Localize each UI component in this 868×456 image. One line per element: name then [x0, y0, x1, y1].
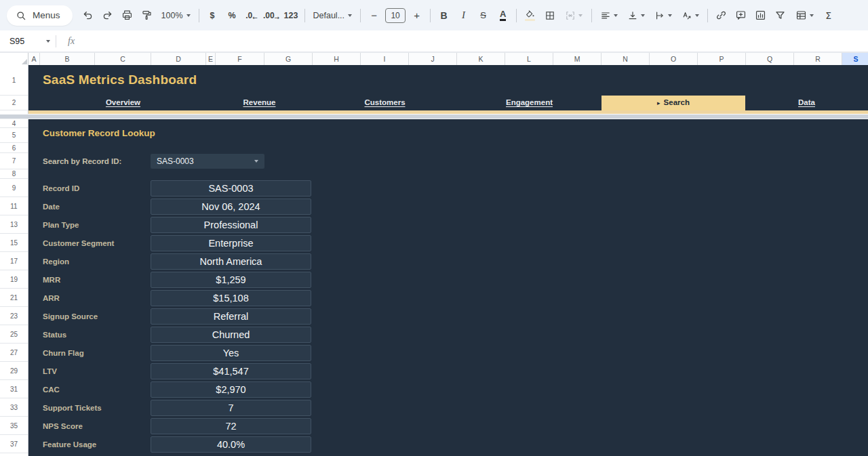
- field-value-cell[interactable]: SAS-0003: [151, 180, 311, 196]
- column-header-m[interactable]: M: [553, 53, 601, 66]
- tab-overview[interactable]: Overview: [40, 96, 206, 110]
- tab-revenue[interactable]: Revenue: [206, 96, 313, 110]
- column-header-n[interactable]: N: [601, 53, 650, 66]
- horizontal-align-button[interactable]: [596, 6, 622, 24]
- insert-comment-button[interactable]: [732, 6, 750, 24]
- select-all-corner[interactable]: [0, 53, 28, 66]
- menus-button[interactable]: Menus: [7, 5, 73, 26]
- font-select[interactable]: Defaul...: [309, 6, 357, 24]
- row-header-4[interactable]: 4: [0, 119, 28, 128]
- field-value-cell[interactable]: 7: [151, 400, 311, 416]
- row-header-31[interactable]: 31: [0, 380, 28, 398]
- row-header-17[interactable]: 17: [0, 252, 28, 270]
- row-header-37[interactable]: 37: [0, 435, 28, 453]
- row-header-21[interactable]: 21: [0, 289, 28, 307]
- field-value-cell[interactable]: Churned: [151, 327, 311, 343]
- field-value-cell[interactable]: Professional: [151, 217, 311, 233]
- format-currency-button[interactable]: $: [203, 6, 222, 24]
- field-value-cell[interactable]: $2,970: [151, 381, 311, 398]
- text-color-button[interactable]: A: [494, 6, 512, 24]
- formula-input[interactable]: [75, 30, 868, 51]
- row-header-9[interactable]: 9: [0, 179, 28, 197]
- row-header-29[interactable]: 29: [0, 362, 28, 380]
- strikethrough-button[interactable]: S: [474, 6, 492, 24]
- italic-button[interactable]: I: [454, 6, 473, 24]
- print-button[interactable]: [118, 6, 136, 24]
- field-value-cell[interactable]: Yes: [151, 345, 311, 361]
- column-header-j[interactable]: J: [409, 53, 457, 66]
- functions-button[interactable]: Σ: [819, 6, 837, 24]
- column-header-c[interactable]: C: [95, 53, 151, 66]
- column-header-p[interactable]: P: [698, 53, 746, 66]
- zoom-select[interactable]: 100%: [157, 6, 195, 24]
- decrease-decimal-button[interactable]: .0←: [243, 6, 261, 24]
- redo-icon: [102, 9, 113, 21]
- increase-font-size-button[interactable]: +: [408, 6, 426, 24]
- column-header-r[interactable]: R: [794, 53, 842, 66]
- row-header-7[interactable]: 7: [0, 153, 28, 169]
- column-header-g[interactable]: G: [264, 53, 313, 66]
- font-size-input[interactable]: 10: [385, 8, 406, 23]
- vertical-align-button[interactable]: [623, 6, 649, 24]
- insert-chart-button[interactable]: [751, 6, 770, 24]
- text-wrapping-button[interactable]: [650, 6, 676, 24]
- tab-customers[interactable]: Customers: [313, 96, 457, 110]
- row-header-33[interactable]: 33: [0, 398, 28, 417]
- record-id-dropdown[interactable]: SAS-0003: [151, 154, 264, 169]
- field-value-cell[interactable]: North America: [151, 253, 311, 270]
- decrease-font-size-button[interactable]: −: [365, 6, 383, 24]
- merge-cells-button[interactable]: [560, 6, 587, 24]
- row-header-2[interactable]: 2: [0, 96, 28, 110]
- row-header-5[interactable]: 5: [0, 128, 28, 143]
- field-value-cell[interactable]: Nov 06, 2024: [151, 199, 311, 215]
- bold-button[interactable]: B: [435, 6, 453, 24]
- redo-button[interactable]: [98, 6, 117, 24]
- tab-data[interactable]: Data: [745, 96, 868, 110]
- cell-name-box[interactable]: S95: [0, 30, 56, 51]
- column-header-b[interactable]: B: [40, 53, 95, 66]
- collapsed-rows-divider[interactable]: [0, 114, 868, 119]
- column-header-i[interactable]: I: [361, 53, 409, 66]
- row-header-15[interactable]: 15: [0, 234, 28, 252]
- row-header-6[interactable]: 6: [0, 143, 28, 153]
- row-header-27[interactable]: 27: [0, 344, 28, 362]
- field-value-cell[interactable]: Referral: [151, 308, 311, 325]
- row-header-13[interactable]: 13: [0, 215, 28, 234]
- field-value-cell[interactable]: $15,108: [151, 290, 311, 306]
- field-value-cell[interactable]: Enterprise: [151, 235, 311, 251]
- increase-decimal-button[interactable]: .00→: [262, 6, 281, 24]
- column-header-s[interactable]: S: [842, 53, 868, 66]
- row-header-11[interactable]: 11: [0, 197, 28, 215]
- insert-link-button[interactable]: [712, 6, 730, 24]
- more-formats-button[interactable]: 123: [282, 6, 300, 24]
- column-header-f[interactable]: F: [216, 53, 264, 66]
- row-header-25[interactable]: 25: [0, 325, 28, 344]
- column-header-e[interactable]: E: [206, 53, 216, 66]
- undo-button[interactable]: [79, 6, 97, 24]
- field-value-cell[interactable]: $1,259: [151, 272, 311, 288]
- table-views-button[interactable]: [791, 6, 818, 24]
- column-header-o[interactable]: O: [650, 53, 698, 66]
- field-value-cell[interactable]: $41,547: [151, 363, 311, 379]
- row-header-19[interactable]: 19: [0, 270, 28, 289]
- column-header-k[interactable]: K: [457, 53, 505, 66]
- tab-engagement[interactable]: Engagement: [457, 96, 601, 110]
- column-header-d[interactable]: D: [151, 53, 206, 66]
- field-value-cell[interactable]: 72: [151, 418, 311, 434]
- format-percent-button[interactable]: %: [223, 6, 241, 24]
- paint-format-button[interactable]: [138, 6, 156, 24]
- row-header-1[interactable]: 1: [0, 65, 28, 96]
- column-header-q[interactable]: Q: [746, 53, 794, 66]
- borders-button[interactable]: [540, 6, 559, 24]
- row-header-23[interactable]: 23: [0, 307, 28, 325]
- row-header-8[interactable]: 8: [0, 169, 28, 179]
- field-value-cell[interactable]: 40.0%: [151, 436, 311, 453]
- text-rotation-button[interactable]: [677, 6, 703, 24]
- column-header-l[interactable]: L: [505, 53, 553, 66]
- create-filter-button[interactable]: [771, 6, 789, 24]
- column-header-h[interactable]: H: [313, 53, 361, 66]
- column-header-a[interactable]: A: [28, 53, 40, 66]
- row-header-35[interactable]: 35: [0, 417, 28, 435]
- tab-search[interactable]: ▸Search: [601, 96, 745, 110]
- fill-color-button[interactable]: [521, 6, 539, 24]
